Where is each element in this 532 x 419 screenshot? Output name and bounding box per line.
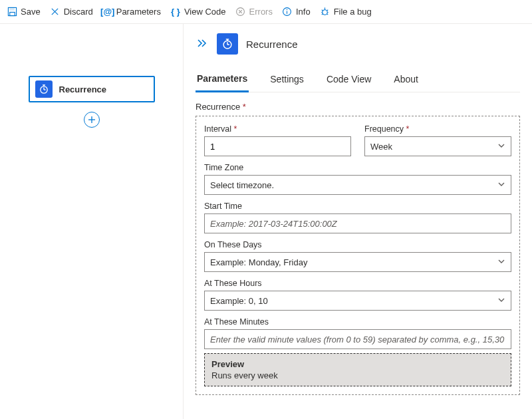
panel-tabs: Parameters Settings Code View About: [196, 67, 520, 92]
form-area: Recurrence Interval Frequency Week: [196, 92, 520, 395]
timezone-select[interactable]: Select timezone.: [204, 175, 511, 195]
interval-label: Interval: [204, 124, 351, 134]
panel-recurrence-icon: [217, 33, 238, 55]
timezone-value: Select timezone.: [210, 180, 274, 190]
info-icon: [282, 7, 293, 17]
errors-label: Errors: [249, 7, 273, 17]
svg-rect-1: [9, 7, 14, 10]
svg-rect-2: [9, 12, 15, 15]
info-button[interactable]: Info: [282, 7, 311, 17]
tab-about[interactable]: About: [392, 67, 420, 92]
save-button[interactable]: Save: [7, 7, 41, 17]
recurrence-node[interactable]: Recurrence: [29, 76, 155, 102]
chevron-down-icon: [497, 296, 505, 306]
svg-line-17: [322, 13, 323, 15]
discard-label: Discard: [64, 7, 93, 17]
collapse-panel-button[interactable]: [196, 37, 209, 51]
chevron-down-icon: [497, 257, 505, 267]
svg-line-13: [322, 10, 323, 11]
chevron-double-right-icon: [197, 39, 207, 48]
save-icon: [7, 7, 17, 17]
file-bug-label: File a bug: [334, 7, 372, 17]
panel-header: Recurrence: [196, 24, 520, 60]
svg-line-14: [327, 10, 328, 11]
tab-settings[interactable]: Settings: [269, 67, 305, 92]
frequency-label: Frequency: [364, 124, 511, 134]
canvas: Recurrence: [0, 24, 183, 419]
discard-button[interactable]: Discard: [50, 7, 93, 17]
start-time-input[interactable]: [204, 213, 511, 233]
toolbar: Save Discard [@] Parameters { } View Cod…: [0, 0, 532, 24]
hours-select[interactable]: Example: 0, 10: [204, 291, 511, 311]
recurrence-node-icon: [35, 80, 53, 98]
add-step-button[interactable]: [84, 112, 100, 128]
recurrence-fields: Interval Frequency Week Time Zone S: [196, 116, 520, 395]
preview-text: Runs every week: [211, 370, 504, 380]
days-label: On These Days: [204, 240, 511, 249]
days-value: Example: Monday, Friday: [210, 257, 307, 267]
start-time-label: Start Time: [204, 202, 511, 211]
frequency-select[interactable]: Week: [364, 136, 511, 156]
hours-label: At These Hours: [204, 279, 511, 288]
frequency-value: Week: [370, 142, 392, 152]
file-bug-button[interactable]: File a bug: [320, 7, 372, 17]
save-label: Save: [21, 7, 41, 17]
details-panel: Recurrence Parameters Settings Code View…: [183, 24, 532, 419]
info-label: Info: [296, 7, 311, 17]
svg-line-18: [327, 13, 328, 15]
parameters-icon: [@]: [102, 7, 113, 17]
svg-point-10: [287, 9, 288, 11]
parameters-label: Parameters: [116, 7, 161, 17]
interval-input[interactable]: [204, 136, 351, 156]
days-select[interactable]: Example: Monday, Friday: [204, 252, 511, 272]
timezone-label: Time Zone: [204, 163, 511, 172]
chevron-down-icon: [497, 142, 505, 152]
preview-box: Preview Runs every week: [204, 353, 511, 386]
chevron-down-icon: [497, 180, 505, 190]
recurrence-node-title: Recurrence: [59, 84, 107, 94]
errors-button: Errors: [235, 7, 273, 17]
preview-title: Preview: [211, 359, 504, 369]
view-code-button[interactable]: { } View Code: [170, 7, 226, 17]
svg-point-11: [323, 10, 328, 15]
errors-icon: [235, 7, 246, 17]
code-icon: { }: [170, 7, 181, 17]
hours-value: Example: 0, 10: [210, 296, 268, 306]
view-code-label: View Code: [184, 7, 226, 17]
minutes-input[interactable]: [204, 329, 511, 349]
workspace: Recurrence Recurrence Parameters Setting…: [0, 24, 532, 419]
tab-code-view[interactable]: Code View: [325, 67, 372, 92]
parameters-button[interactable]: [@] Parameters: [102, 7, 161, 17]
recurrence-section-label: Recurrence: [196, 102, 520, 112]
minutes-label: At These Minutes: [204, 317, 511, 327]
panel-title: Recurrence: [246, 39, 298, 50]
tab-parameters[interactable]: Parameters: [196, 67, 249, 92]
plus-icon: [88, 116, 96, 124]
bug-icon: [320, 7, 331, 17]
discard-icon: [50, 7, 61, 17]
